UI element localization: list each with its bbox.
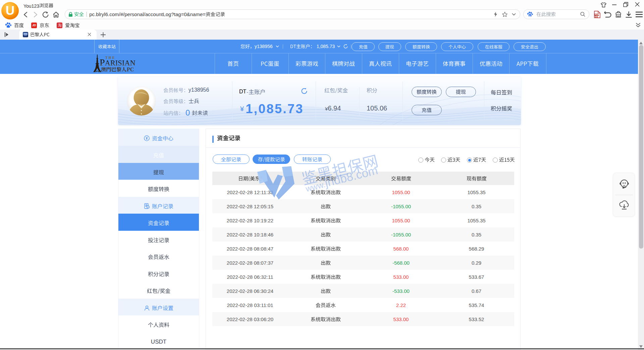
svg-text:du: du	[529, 15, 532, 17]
svg-text:PDF: PDF	[595, 13, 599, 16]
